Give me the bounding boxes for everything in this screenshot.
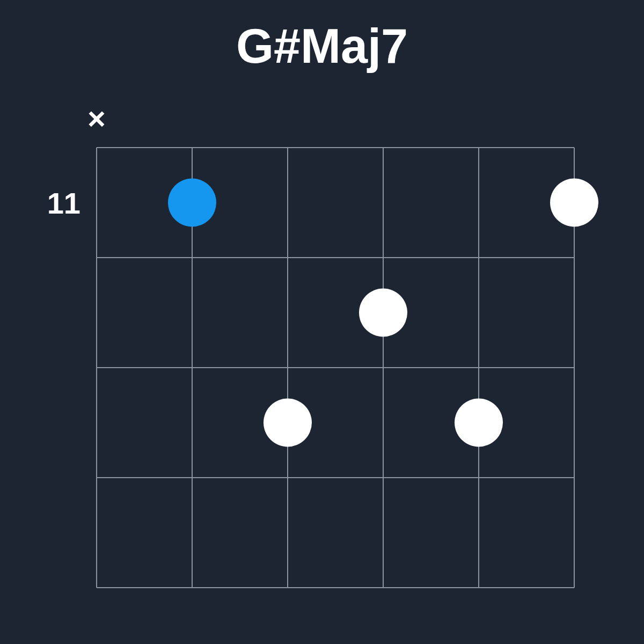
finger-dot	[359, 289, 407, 337]
finger-dot	[264, 399, 312, 447]
chord-name: G#Maj7	[0, 19, 644, 74]
finger-dot	[550, 179, 598, 227]
chord-diagram: G#Maj7 ×11	[0, 0, 644, 644]
fretboard	[97, 148, 574, 588]
finger-dot	[455, 399, 503, 447]
mute-icon: ×	[87, 100, 106, 136]
starting-fret-label: 11	[35, 185, 80, 220]
root-note-dot	[168, 179, 216, 227]
